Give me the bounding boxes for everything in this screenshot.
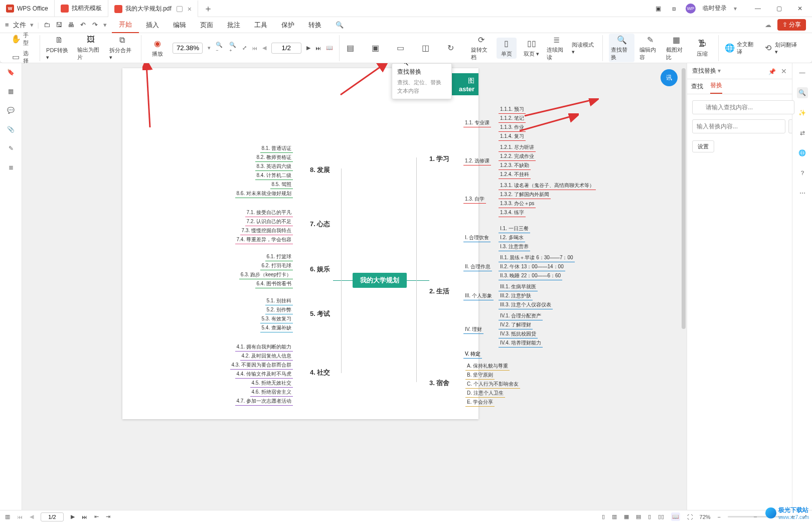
redo-icon[interactable]: ↷ <box>91 21 99 29</box>
rail-help-icon[interactable]: ？ <box>797 167 808 179</box>
duplicate-tab-icon[interactable] <box>177 6 183 12</box>
menu-search-icon[interactable]: 🔍 <box>329 17 351 33</box>
read-mode-button[interactable]: 阅读模式 ▾ <box>572 41 596 55</box>
zoom-out-icon[interactable]: 🔍⁻ <box>216 42 224 55</box>
bookmark-icon[interactable]: 🔖 <box>6 67 16 77</box>
crop-icon[interactable]: ▣ <box>371 43 391 53</box>
hand-tool[interactable]: ✋手型 <box>11 32 34 47</box>
menu-tab-protect[interactable]: 保护 <box>274 17 301 33</box>
rotate-cw-icon[interactable]: ↻ <box>446 43 466 53</box>
next-page-icon[interactable]: ▶ <box>306 45 310 51</box>
status-page-view-icon[interactable]: ▥ <box>5 513 10 520</box>
redo-caret-icon[interactable]: ▾ <box>103 21 107 29</box>
close-panel-icon[interactable]: ✕ <box>781 67 787 75</box>
layers-icon[interactable]: ≣ <box>6 162 16 172</box>
tab-document[interactable]: 我的大学规划.pdf × <box>108 0 198 17</box>
page-view-icon[interactable]: ▭ <box>396 43 416 53</box>
tab-find[interactable]: 查找 <box>691 82 703 94</box>
tab-wps-home[interactable]: W WPS Office <box>0 0 55 17</box>
status-prev-icon[interactable]: ◀ <box>30 513 34 520</box>
page-input[interactable] <box>271 43 301 54</box>
status-mark-a-icon[interactable]: ⇤ <box>94 513 99 520</box>
status-thumb4-icon[interactable]: ▤ <box>636 513 641 520</box>
status-thumb2-icon[interactable]: ▥ <box>612 513 617 520</box>
crop-compare-button[interactable]: ▦截图对比 <box>666 35 688 61</box>
save-icon[interactable]: 🖫 <box>55 21 63 29</box>
prev-page-icon[interactable]: ◀ <box>262 45 266 51</box>
find-replace-button[interactable]: 🔍查找替换 <box>609 34 634 62</box>
full-translate-button[interactable]: 🌐全文翻译 <box>725 41 758 56</box>
print-icon[interactable]: 🖶 <box>67 21 75 29</box>
document-canvas[interactable]: 图 aster 我的大学规划 1. 学习 2. 生活 3. 宿舍 1.1. 专业… <box>22 63 687 510</box>
single-page-button[interactable]: ▯单页 <box>497 38 517 59</box>
first-page-icon[interactable]: ⏮ <box>252 45 257 51</box>
rail-search-icon[interactable]: 🔍 <box>797 87 808 98</box>
replace-input[interactable] <box>692 119 785 133</box>
maximize-icon[interactable]: ▢ <box>772 5 786 13</box>
vertical-scrollbar[interactable] <box>682 68 686 505</box>
panel-icon[interactable]: ▣ <box>654 4 663 13</box>
menu-tab-annot[interactable]: 批注 <box>220 17 247 33</box>
double-page-button[interactable]: ▯▯双页 ▾ <box>522 39 542 58</box>
signature-icon[interactable]: ✎ <box>6 143 16 153</box>
menu-tab-start[interactable]: 开始 <box>112 17 139 33</box>
rail-swap-icon[interactable]: ⇄ <box>797 127 808 138</box>
book-icon[interactable]: 📖 <box>326 45 333 51</box>
menu-tab-page[interactable]: 页面 <box>193 17 220 33</box>
tab-templates[interactable]: 找稻壳模板 <box>55 0 108 17</box>
status-page-input[interactable] <box>41 512 64 521</box>
status-thumb3-icon[interactable]: ▦ <box>624 513 629 520</box>
rail-sparkle-icon[interactable]: ✨ <box>797 107 808 118</box>
select-tool[interactable]: ▭选择 <box>11 50 34 65</box>
hamburger-icon[interactable]: ≡ <box>5 21 9 29</box>
attachments-icon[interactable]: 📎 <box>6 124 16 134</box>
assistant-button[interactable]: 讯 <box>661 69 678 86</box>
fit-width-icon[interactable]: ⤢ <box>242 45 247 51</box>
search-input[interactable] <box>692 100 794 114</box>
minimize-icon[interactable]: ― <box>751 5 765 13</box>
comments-icon[interactable]: 💬 <box>6 105 16 115</box>
page-view2-icon[interactable]: ◫ <box>421 43 441 53</box>
status-single-icon[interactable]: ▯ <box>648 513 651 520</box>
status-book-icon[interactable]: 📖 <box>671 512 680 521</box>
new-tab-button[interactable]: ＋ <box>198 0 218 17</box>
pin-icon[interactable]: 📌 <box>768 68 776 75</box>
tab-replace[interactable]: 替换 <box>710 81 722 94</box>
rail-more-icon[interactable]: ⋯ <box>797 188 808 199</box>
file-caret-icon[interactable]: ▾ <box>30 21 34 29</box>
last-page-icon[interactable]: ⏭ <box>315 45 321 51</box>
edit-content-button[interactable]: ✎编辑内容 <box>639 35 661 61</box>
status-last-icon[interactable]: ⏭ <box>82 514 87 520</box>
file-menu[interactable]: 文件 <box>13 21 26 30</box>
status-mark-b-icon[interactable]: ⇥ <box>106 513 110 520</box>
zoom-caret-icon[interactable]: ▾ <box>208 45 211 51</box>
export-image-button[interactable]: 🖼输出为图片 <box>77 35 104 61</box>
pdf-convert-button[interactable]: 🗎PDF转换 ▾ <box>46 35 72 61</box>
menu-tab-insert[interactable]: 插入 <box>139 17 166 33</box>
login-caret-icon[interactable]: ▾ <box>734 5 737 12</box>
rail-translate-icon[interactable]: 🌐 <box>797 147 808 158</box>
status-double-icon[interactable]: ▯▯ <box>658 513 664 520</box>
word-translate-button[interactable]: ⟲划词翻译 ▾ <box>763 41 801 55</box>
split-merge-button[interactable]: ⧉拆分合并 ▾ <box>109 35 135 61</box>
compress-button[interactable]: 🗜压缩 <box>692 39 712 58</box>
share-button[interactable]: ⇪ 分享 <box>777 19 806 31</box>
page-thumb-icon[interactable]: ▤ <box>346 43 366 53</box>
close-window-icon[interactable]: ✕ <box>793 5 807 13</box>
zoom-minus-icon[interactable]: − <box>718 514 721 520</box>
login-label[interactable]: 临时登录 <box>703 4 727 13</box>
status-thumb1-icon[interactable]: ▯ <box>602 513 605 520</box>
undo-icon[interactable]: ↶ <box>79 21 87 29</box>
rotate-doc-button[interactable]: ⟳旋转文档 <box>471 35 492 61</box>
status-first-icon[interactable]: ⏮ <box>17 514 23 520</box>
zoom-input[interactable] <box>173 43 203 54</box>
status-next-icon[interactable]: ▶ <box>71 513 75 520</box>
cloud-icon[interactable]: ☁ <box>765 21 771 29</box>
thumbnails-icon[interactable]: ▦ <box>6 86 16 96</box>
menu-tab-tools[interactable]: 工具 <box>247 17 274 33</box>
rail-collapse-icon[interactable]: — <box>797 67 808 78</box>
menu-tab-convert[interactable]: 转换 <box>301 17 329 33</box>
status-more-icon[interactable]: ⛶ <box>687 514 693 520</box>
continuous-button[interactable]: ≣连续阅读 <box>547 35 567 61</box>
zoom-in-icon[interactable]: 🔍⁺ <box>229 42 237 55</box>
